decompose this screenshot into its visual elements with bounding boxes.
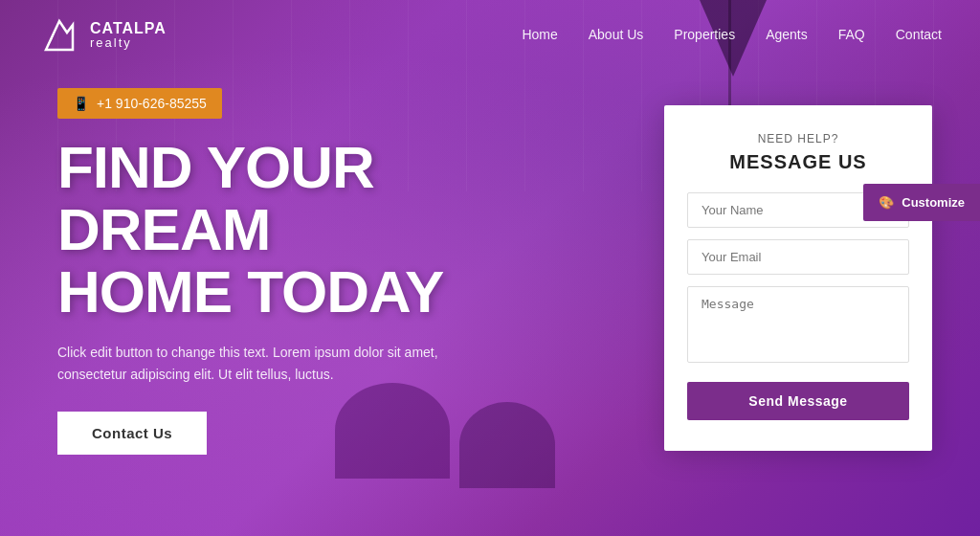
nav-properties[interactable]: Properties (674, 27, 735, 42)
brand-name-bottom: realty (90, 36, 167, 49)
hero-title-line1: FIND YOUR DREAM (57, 134, 374, 262)
customize-label: Customize (902, 195, 965, 210)
message-textarea[interactable] (687, 286, 909, 363)
nav-agents[interactable]: Agents (766, 27, 808, 42)
logo-text: CATALPA realty (90, 21, 167, 49)
svg-marker-0 (46, 21, 73, 50)
email-input[interactable] (687, 239, 909, 275)
navbar: CATALPA realty Home About Us Properties … (0, 0, 980, 69)
customize-button[interactable]: 🎨 Customize (863, 184, 980, 221)
logo: CATALPA realty (38, 13, 167, 56)
contact-us-button[interactable]: Contact Us (57, 412, 207, 455)
send-message-button[interactable]: Send Message (687, 382, 909, 420)
nav-links: Home About Us Properties Agents FAQ Cont… (522, 26, 942, 43)
phone-icon: 📱 (73, 96, 89, 111)
need-help-label: NEED HELP? (687, 132, 909, 145)
customize-icon: 🎨 (879, 195, 894, 210)
hero-title: FIND YOUR DREAM HOME TODAY (57, 136, 498, 323)
nav-faq[interactable]: FAQ (838, 27, 865, 42)
brand-name-top: CATALPA (90, 21, 167, 36)
nav-home[interactable]: Home (522, 27, 557, 42)
hero-content: 📱 +1 910-626-85255 FIND YOUR DREAM HOME … (0, 69, 555, 455)
phone-number: +1 910-626-85255 (97, 96, 207, 111)
hero-title-line2: HOME TODAY (57, 258, 443, 324)
message-card: NEED HELP? MESSAGE US Send Message (664, 105, 932, 451)
hero-description: Click edit button to change this text. L… (57, 342, 479, 385)
nav-about[interactable]: About Us (589, 27, 644, 42)
message-us-title: MESSAGE US (687, 151, 909, 173)
phone-badge: 📱 +1 910-626-85255 (57, 88, 222, 119)
logo-icon (38, 13, 80, 56)
nav-contact[interactable]: Contact (896, 27, 942, 42)
